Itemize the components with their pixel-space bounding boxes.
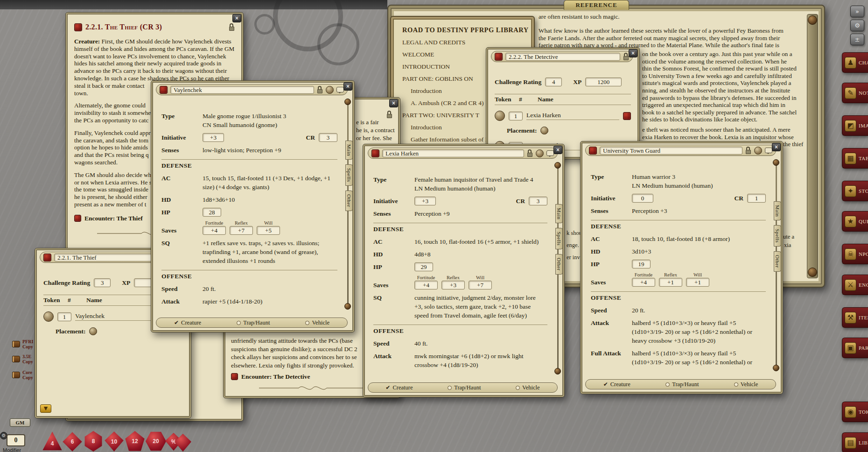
tab-spells[interactable]: Spells	[345, 164, 353, 186]
close-button[interactable]: ×	[629, 49, 637, 57]
module-shortcut[interactable]: CoreCopy	[12, 370, 33, 380]
xp-value[interactable]: 1200	[585, 78, 622, 86]
npc-icon[interactable]	[160, 86, 168, 94]
speed-value[interactable]: 40 ft.	[414, 339, 547, 348]
npc-link-icon[interactable]	[623, 112, 631, 120]
radio-trap-haunt[interactable]: Trap/Haunt	[665, 381, 699, 388]
chat-icon[interactable]	[765, 148, 772, 153]
chat-icon[interactable]	[546, 150, 554, 156]
radio-creature[interactable]: ✔Creature	[603, 381, 630, 388]
hd-value[interactable]: 1d8+3d6+10	[203, 195, 337, 204]
tab-main[interactable]: Main	[774, 201, 781, 220]
attack-value[interactable]: rapier +5 (1d4-1/18-20)	[203, 297, 337, 306]
expand-button[interactable]: ▼	[40, 404, 51, 413]
reflex-value[interactable]: +1	[659, 278, 682, 287]
lock-icon[interactable]	[229, 23, 235, 31]
reference-tab[interactable]: REFERENCE	[564, 0, 629, 10]
speed-value[interactable]: 20 ft.	[203, 284, 337, 293]
npc-name-field[interactable]: Vaylenchek	[170, 86, 314, 94]
type-value[interactable]: Female human inquisitor of Travel and Tr…	[414, 175, 547, 193]
npc-icon[interactable]	[371, 149, 379, 157]
radio-creature[interactable]: ✔Creature	[174, 319, 201, 326]
tab-spells[interactable]: Spells	[774, 225, 781, 247]
encounter-npc-row[interactable]: 1 Lexia Harken	[495, 111, 631, 121]
token-icon[interactable]	[754, 147, 762, 155]
scroll-down-knob[interactable]	[344, 303, 351, 310]
lock-icon[interactable]	[745, 147, 751, 154]
close-button[interactable]: ×	[343, 82, 352, 91]
ac-value[interactable]: 15, touch 15, flat-footed 11 (+3 Dex, +1…	[203, 174, 337, 191]
radio-vehicle[interactable]: Vehicle	[734, 381, 758, 388]
module-shortcut[interactable]: PFRICopy	[12, 339, 33, 349]
sidebar-item-tables[interactable]: ▦Tables	[842, 148, 868, 169]
senses-value[interactable]: Perception +9	[414, 209, 547, 218]
npc-name-field[interactable]: Lexia Harken	[382, 149, 524, 157]
npc-count[interactable]: 1	[57, 312, 71, 321]
initiative-value[interactable]: +3	[203, 133, 224, 142]
reflex-value[interactable]: +3	[441, 281, 465, 290]
placement-token-icon[interactable]	[89, 327, 97, 335]
will-value[interactable]: +7	[469, 281, 492, 290]
tab-other[interactable]: Other	[555, 254, 563, 275]
token-icon[interactable]	[326, 86, 334, 94]
token-icon[interactable]	[536, 149, 544, 157]
die-d20[interactable]: 20	[145, 431, 167, 452]
scroll-down-knob[interactable]	[808, 268, 817, 277]
scroll-up-knob[interactable]	[344, 99, 351, 105]
npc-name-field[interactable]: University Town Guard	[600, 147, 742, 155]
hd-value[interactable]: 4d8+8	[414, 250, 547, 259]
sq-value[interactable]: cunning initiative, judgment 2/day, mons…	[414, 293, 547, 320]
hp-value[interactable]: 29	[414, 262, 433, 271]
sidebar-item-images-maps[interactable]: ◩Images & Maps	[842, 115, 868, 136]
scroll-down-knob[interactable]	[773, 365, 779, 371]
encounter-icon[interactable]	[43, 254, 51, 261]
die-d12[interactable]: 12	[124, 431, 146, 452]
hd-value[interactable]: 3d10+3	[632, 247, 766, 256]
reference-scrollbar[interactable]	[807, 14, 818, 278]
module-shortcut[interactable]: 3.5ECopy	[12, 354, 33, 364]
radio-creature[interactable]: ✔Creature	[385, 384, 413, 391]
cr-value[interactable]: 3	[529, 197, 547, 205]
initiative-value[interactable]: 0	[632, 194, 653, 203]
sidebar-item-tokens[interactable]: ◉Tokens	[842, 402, 868, 422]
attack-value[interactable]: mwk morningstar +6 (1d8+2) or mwk lightc…	[414, 352, 547, 369]
encounter-icon[interactable]	[495, 53, 503, 61]
hp-value[interactable]: 28	[203, 208, 221, 217]
sidebar-item-parcels[interactable]: ▣Parcels	[842, 338, 868, 358]
npc-icon[interactable]	[589, 147, 597, 155]
attack-value[interactable]: halberd +5 (1d10+3/×3) or heavy flail +5…	[632, 318, 766, 345]
story-link-icon[interactable]	[74, 23, 82, 31]
die-d8[interactable]: 8	[83, 431, 104, 452]
gm-identity-chip[interactable]: GM	[10, 418, 30, 427]
chat-icon[interactable]	[336, 87, 344, 92]
sq-value[interactable]: +1 reflex save vs. traps, +2 saves vs. i…	[203, 239, 337, 265]
radio-vehicle[interactable]: Vehicle	[305, 319, 329, 326]
will-value[interactable]: +5	[257, 226, 280, 235]
close-button[interactable]: ×	[553, 146, 562, 154]
token-icon[interactable]	[43, 311, 54, 322]
ac-value[interactable]: 18, touch 10, flat-footed 18 (+8 armor)	[632, 234, 766, 243]
tab-main[interactable]: Main	[345, 141, 353, 160]
tab-spells[interactable]: Spells	[555, 228, 563, 249]
cr-value[interactable]: 1	[747, 194, 766, 203]
tab-main[interactable]: Main	[555, 204, 563, 223]
fortitude-value[interactable]: +4	[414, 281, 438, 290]
sidebar-item-characters[interactable]: ♟Characters	[842, 52, 868, 73]
sidebar-item-npcs[interactable]: ☠NPCs	[842, 244, 868, 264]
radio-vehicle[interactable]: Vehicle	[516, 384, 539, 391]
radio-trap-haunt[interactable]: Trap/Haunt	[448, 384, 481, 391]
will-value[interactable]: +1	[686, 278, 709, 287]
sidebar-collapse-button[interactable]: »	[850, 6, 864, 17]
cr-value[interactable]: 3	[319, 133, 337, 142]
type-value[interactable]: Male gnome rogue 1/illusionist 3CN Small…	[203, 112, 337, 129]
encounter-title-field[interactable]: 2.2.2. The Detective	[505, 53, 620, 61]
modifiers-button[interactable]: ±	[850, 34, 864, 45]
speed-value[interactable]: 20 ft.	[632, 306, 766, 315]
sidebar-item-items[interactable]: ⚒Items	[842, 307, 868, 328]
npc-count[interactable]: 1	[509, 112, 523, 120]
placement-token-icon[interactable]	[540, 127, 548, 134]
reflex-value[interactable]: +7	[230, 226, 253, 235]
type-value[interactable]: Human warrior 3LN Medium humanoid (human…	[632, 172, 766, 190]
initiative-value[interactable]: +3	[414, 197, 436, 205]
close-button[interactable]: ×	[772, 143, 781, 151]
